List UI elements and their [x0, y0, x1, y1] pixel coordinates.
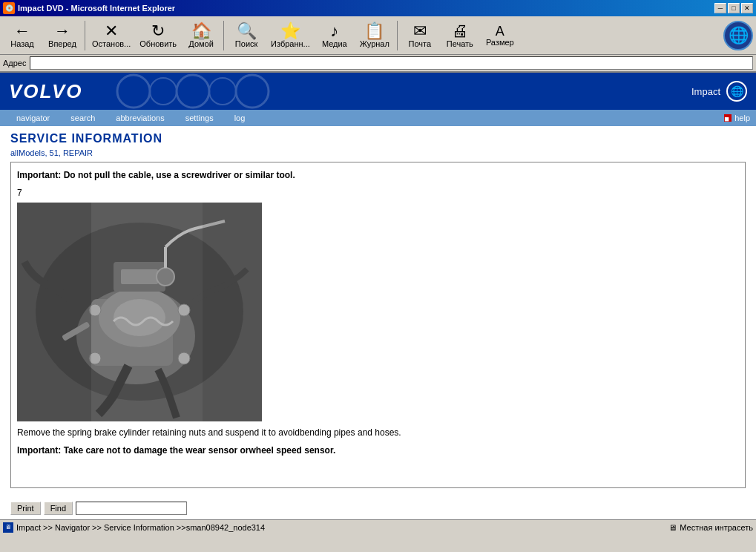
history-button[interactable]: 📋 Журнал: [355, 19, 394, 53]
back-button[interactable]: ← Назад: [3, 19, 42, 53]
content-box[interactable]: Important: Do not pull the cable, use a …: [10, 162, 746, 488]
address-label: Адрес: [3, 59, 27, 68]
globe-icon: 🌐: [726, 81, 747, 102]
back-icon: ←: [14, 23, 30, 39]
watermark-decoration: [89, 73, 326, 110]
separator3: [397, 21, 398, 50]
svg-rect-21: [17, 203, 91, 421]
address-bar: Адрес: [0, 55, 756, 73]
find-input[interactable]: [76, 502, 187, 515]
engine-image: [17, 203, 262, 421]
ie-logo: 🌐: [723, 21, 753, 50]
stop-icon: ✕: [105, 23, 118, 39]
forward-icon: →: [54, 23, 70, 39]
media-label: Медиа: [322, 39, 347, 48]
favorites-icon: ⭐: [280, 23, 300, 39]
mail-label: Почта: [409, 39, 432, 48]
media-button[interactable]: ♪ Медиа: [315, 19, 354, 53]
bottom-bar: Print Find: [0, 497, 756, 519]
svg-point-1: [177, 75, 209, 108]
refresh-button[interactable]: ↻ Обновить: [136, 19, 180, 53]
home-label: Домой: [188, 39, 214, 48]
forward-label: Вперед: [48, 39, 76, 48]
print-button[interactable]: Print: [10, 502, 41, 515]
refresh-label: Обновить: [139, 39, 177, 48]
forward-button[interactable]: → Вперед: [43, 19, 82, 53]
nav-links: navigator search abbreviations settings …: [6, 110, 255, 126]
address-input[interactable]: [30, 56, 754, 70]
nav-bar: navigator search abbreviations settings …: [0, 110, 756, 126]
separator: [85, 21, 85, 50]
stop-button[interactable]: ✕ Останов...: [88, 19, 134, 53]
nav-help: ■ help: [724, 114, 750, 122]
page-subtitle: allModels, 51, REPAIR: [10, 148, 746, 157]
search-label: Поиск: [235, 39, 257, 48]
close-button[interactable]: ✕: [741, 3, 753, 13]
page-content: SERVICE INFORMATION allModels, 51, REPAI…: [0, 126, 756, 497]
size-icon: A: [496, 24, 504, 38]
print-toolbar-label: Печать: [447, 39, 473, 48]
search-icon: 🔍: [237, 23, 257, 39]
status-icon: 🖥: [3, 522, 13, 533]
nav-log[interactable]: log: [224, 110, 256, 126]
volvo-header: VOLVO Impact 🌐: [0, 73, 756, 110]
ie-toolbar: ← Назад → Вперед ✕ Останов... ↻ Обновить…: [0, 16, 756, 55]
back-label: Назад: [10, 39, 34, 48]
network-icon: 🖥: [668, 523, 677, 532]
help-label[interactable]: help: [734, 114, 750, 122]
history-label: Журнал: [360, 39, 389, 48]
home-icon: 🏠: [191, 23, 211, 39]
print-icon: 🖨: [452, 23, 468, 39]
find-button[interactable]: Find: [44, 502, 73, 515]
status-network: 🖥 Местная интрасеть: [668, 523, 753, 532]
restore-button[interactable]: □: [728, 3, 740, 13]
engine-illustration: [17, 203, 262, 421]
main-content: VOLVO Impact 🌐 navigator search abbrevia…: [0, 73, 756, 519]
history-icon: 📋: [364, 23, 384, 39]
impact-label: Impact: [691, 86, 720, 97]
status-bar: 🖥 Impact >> Navigator >> Service Informa…: [0, 519, 756, 534]
help-square-icon: ■: [724, 114, 732, 122]
page-title: SERVICE INFORMATION: [10, 132, 746, 145]
volvo-logo: VOLVO: [9, 80, 83, 103]
svg-point-2: [236, 75, 269, 108]
step-number: 7: [17, 188, 739, 198]
favorites-label: Избранн...: [271, 39, 310, 48]
nav-abbreviations[interactable]: abbreviations: [105, 110, 174, 126]
important-note-1: Important: Do not pull the cable, use a …: [17, 168, 739, 182]
mail-icon: ✉: [413, 23, 427, 39]
favorites-button[interactable]: ⭐ Избранн...: [267, 19, 314, 53]
svg-rect-22: [203, 203, 262, 421]
home-button[interactable]: 🏠 Домой: [182, 19, 220, 53]
print-toolbar-button[interactable]: 🖨 Печать: [441, 19, 479, 53]
mail-button[interactable]: ✉ Почта: [401, 19, 439, 53]
nav-settings[interactable]: settings: [175, 110, 224, 126]
minimize-button[interactable]: ─: [714, 3, 726, 13]
svg-point-0: [117, 75, 150, 108]
size-label: Размер: [486, 38, 514, 47]
size-button[interactable]: A Размер: [481, 19, 519, 53]
network-label: Местная интрасеть: [680, 523, 753, 532]
search-button[interactable]: 🔍 Поиск: [227, 19, 266, 53]
svg-point-4: [209, 78, 236, 105]
image-caption: Remove the spring brake cylinder retaini…: [17, 427, 739, 438]
window-title: Impact DVD - Microsoft Internet Explorer: [18, 4, 175, 13]
separator2: [223, 21, 224, 50]
title-bar: 💿 Impact DVD - Microsoft Internet Explor…: [0, 0, 756, 16]
important-note-2: Important: Take care not to damage the w…: [17, 444, 739, 457]
impact-branding: Impact 🌐: [691, 81, 747, 102]
nav-search[interactable]: search: [60, 110, 105, 126]
status-path-text: Impact >> Navigator >> Service Informati…: [16, 523, 265, 532]
refresh-icon: ↻: [151, 23, 165, 39]
media-icon: ♪: [330, 23, 338, 39]
nav-navigator[interactable]: navigator: [6, 110, 60, 126]
status-path: 🖥 Impact >> Navigator >> Service Informa…: [3, 522, 265, 533]
stop-label: Останов...: [92, 39, 131, 48]
app-icon: 💿: [3, 2, 15, 14]
svg-point-3: [150, 78, 177, 105]
